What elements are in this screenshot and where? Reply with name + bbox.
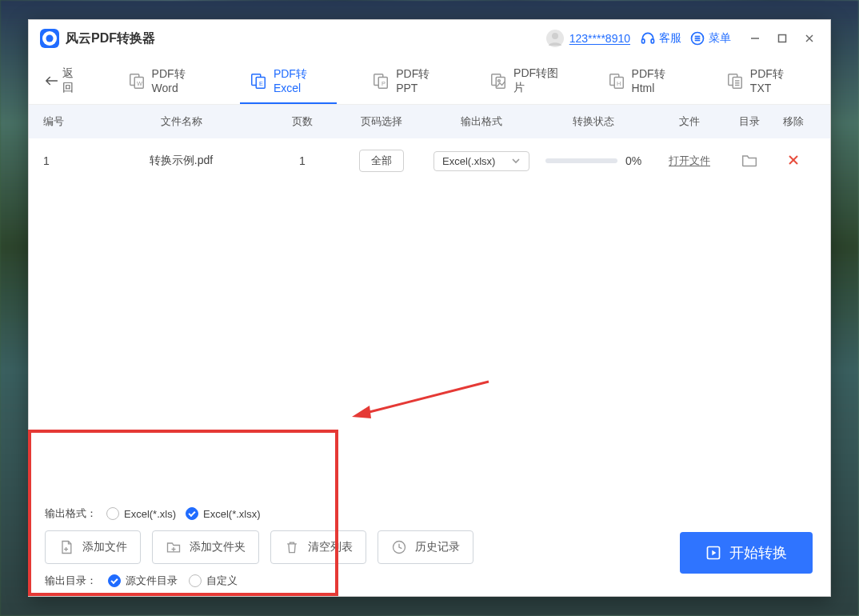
radio-icon (106, 507, 119, 520)
col-pages: 页数 (271, 114, 334, 129)
radio-source-dir[interactable]: 源文件目录 (108, 574, 178, 588)
tab-pdf-to-image[interactable]: PDF转图片 (483, 57, 569, 105)
tab-pdf-to-txt[interactable]: PDF转TXT (720, 57, 805, 105)
tab-label: PDF转Excel (274, 67, 327, 94)
support-link[interactable]: 客服 (640, 30, 681, 46)
pdf-word-icon: W (128, 72, 146, 90)
cell-filename: 转换示例.pdf (91, 154, 271, 168)
svg-text:P: P (382, 80, 386, 87)
add-file-button[interactable]: 添加文件 (45, 530, 141, 564)
progress-bar (545, 158, 617, 163)
col-status: 转换状态 (533, 114, 653, 129)
headset-icon (640, 30, 656, 46)
col-file: 文件 (653, 114, 725, 129)
tab-pdf-to-excel[interactable]: E PDF转Excel (243, 57, 334, 105)
radio-icon (189, 574, 202, 587)
radio-xls[interactable]: Excel(*.xls) (106, 507, 176, 520)
user-block[interactable]: 123****8910 (545, 29, 630, 48)
cell-idx: 1 (43, 154, 91, 167)
output-format-label: 输出格式： (45, 506, 97, 521)
svg-text:W: W (137, 80, 142, 87)
radio-checked-icon (186, 507, 198, 520)
file-list-area[interactable] (29, 183, 830, 492)
tab-pdf-to-ppt[interactable]: P PDF转PPT (366, 57, 451, 105)
svg-text:E: E (259, 80, 263, 87)
button-label: 清空列表 (308, 540, 353, 554)
tab-label: PDF转Word (152, 67, 205, 94)
output-format-select[interactable]: Excel(.xlsx) (433, 151, 529, 171)
open-file-link[interactable]: 打开文件 (669, 154, 710, 166)
annotation-arrow-icon (349, 375, 493, 423)
radio-label: Excel(*.xls) (124, 508, 176, 520)
play-icon (705, 545, 721, 561)
button-label: 添加文件 (82, 540, 127, 554)
table-row: 1 转换示例.pdf 1 全部 Excel(.xlsx) 0% 打开文件 (29, 138, 830, 183)
app-title: 风云PDF转换器 (66, 30, 155, 47)
remove-icon[interactable] (788, 154, 799, 166)
output-format-row: 输出格式： Excel(*.xls) Excel(*.xlsx) (45, 506, 814, 521)
progress-percent: 0% (625, 154, 641, 167)
avatar-icon (545, 29, 565, 48)
cell-pages: 1 (271, 154, 334, 167)
pdf-ppt-icon: P (372, 72, 390, 90)
radio-custom-dir[interactable]: 自定义 (189, 574, 238, 588)
svg-point-1 (46, 35, 54, 42)
menu-link[interactable]: 菜单 (689, 30, 731, 46)
folder-icon[interactable] (741, 153, 757, 167)
table-header: 编号 文件名称 页数 页码选择 输出格式 转换状态 文件 目录 移除 (29, 105, 830, 138)
tab-pdf-to-word[interactable]: W PDF转Word (122, 57, 211, 105)
svg-rect-11 (779, 35, 786, 42)
app-logo-icon (40, 29, 59, 48)
folder-plus-icon (166, 539, 182, 555)
history-button[interactable]: 历史记录 (378, 530, 473, 564)
col-fmt: 输出格式 (430, 114, 533, 129)
tab-label: PDF转TXT (750, 67, 798, 94)
col-del: 移除 (773, 114, 813, 129)
minimize-button[interactable] (744, 27, 766, 50)
radio-label: 源文件目录 (126, 574, 178, 588)
back-button[interactable]: 返回 (38, 63, 90, 98)
svg-point-3 (552, 33, 558, 39)
support-label: 客服 (659, 31, 681, 46)
clock-icon (391, 539, 407, 555)
radio-label: Excel(*.xlsx) (203, 508, 261, 520)
chevron-down-icon (511, 156, 521, 166)
bottom-panel: 输出格式： Excel(*.xls) Excel(*.xlsx) 添加文件 添加… (29, 492, 830, 596)
app-window: 风云PDF转换器 123****8910 客服 菜单 返回 W PDF转Word… (28, 19, 831, 597)
radio-checked-icon (108, 574, 121, 587)
start-convert-button[interactable]: 开始转换 (680, 532, 813, 574)
col-dir: 目录 (725, 114, 773, 129)
radio-xlsx[interactable]: Excel(*.xlsx) (186, 507, 261, 520)
svg-rect-4 (642, 39, 645, 43)
pdf-txt-icon (726, 72, 744, 90)
close-button[interactable] (798, 27, 821, 50)
clear-list-button[interactable]: 清空列表 (270, 530, 366, 564)
output-format-value: Excel(.xlsx) (442, 155, 495, 167)
button-label: 历史记录 (415, 540, 460, 554)
tab-pdf-to-html[interactable]: H PDF转Html (601, 57, 688, 105)
svg-marker-37 (352, 406, 371, 418)
svg-line-36 (363, 382, 489, 414)
tab-label: PDF转PPT (396, 67, 445, 94)
col-name: 文件名称 (91, 114, 271, 129)
button-label: 添加文件夹 (190, 540, 246, 554)
pdf-excel-icon: E (250, 72, 267, 90)
svg-text:H: H (617, 80, 621, 87)
svg-rect-5 (651, 39, 653, 43)
maximize-button[interactable] (771, 27, 793, 50)
titlebar: 风云PDF转换器 123****8910 客服 菜单 (29, 20, 830, 57)
col-idx: 编号 (43, 114, 91, 129)
user-id[interactable]: 123****8910 (569, 32, 630, 45)
pdf-html-icon: H (608, 72, 625, 90)
menu-icon (689, 30, 705, 46)
output-dir-row: 输出目录： 源文件目录 自定义 (45, 574, 814, 588)
radio-label: 自定义 (206, 574, 238, 588)
menu-label: 菜单 (709, 31, 731, 46)
arrow-left-icon (45, 76, 58, 86)
add-folder-button[interactable]: 添加文件夹 (152, 530, 259, 564)
page-select-button[interactable]: 全部 (359, 150, 404, 172)
tab-label: PDF转Html (632, 67, 681, 94)
pdf-image-icon (489, 72, 507, 90)
trash-icon (284, 539, 300, 555)
tab-bar: 返回 W PDF转Word E PDF转Excel P PDF转PPT PDF转… (29, 57, 830, 105)
